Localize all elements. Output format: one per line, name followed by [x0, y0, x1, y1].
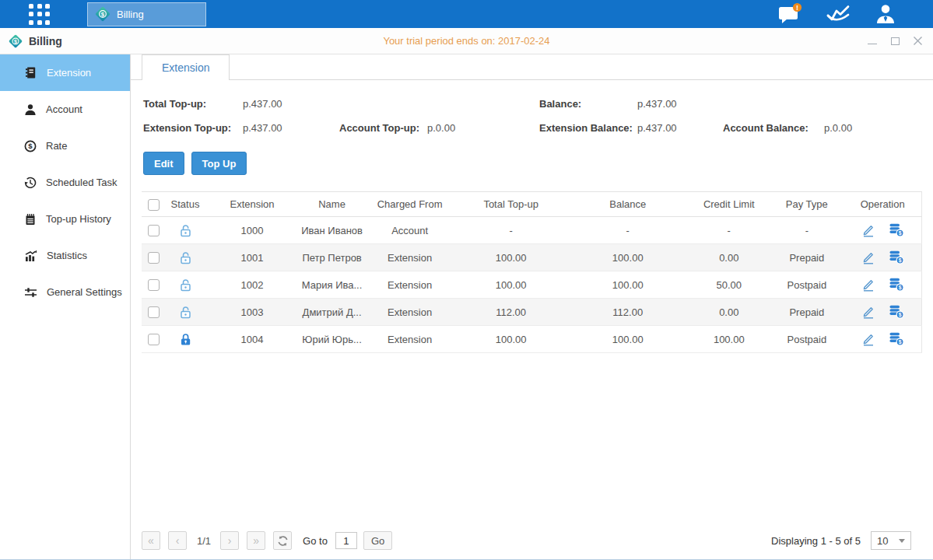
- balance-cell: 100.00: [567, 326, 688, 353]
- sidebar-item-scheduled-task[interactable]: Scheduled Task: [0, 164, 130, 201]
- credit-limit-cell: 50.00: [688, 271, 770, 299]
- topup-row-icon[interactable]: $: [889, 305, 904, 319]
- total-topup-label: Total Top-up:: [143, 98, 206, 110]
- row-checkbox[interactable]: [148, 252, 160, 264]
- edit-row-icon[interactable]: [861, 223, 875, 237]
- window-titlebar: Your trial period ends on: 2017-02-24 $ …: [0, 28, 933, 54]
- next-page-button[interactable]: ›: [220, 531, 239, 550]
- topup-row-icon[interactable]: $: [889, 223, 904, 237]
- column-header-credit-limit: Credit Limit: [688, 192, 770, 217]
- edit-button[interactable]: Edit: [143, 152, 184, 175]
- page-size-value: 10: [877, 535, 888, 547]
- sidebar-item-extension[interactable]: Extension: [0, 54, 130, 91]
- total-topup-cell: -: [454, 217, 567, 244]
- edit-row-icon[interactable]: [861, 332, 875, 346]
- balance-label: Balance:: [539, 98, 581, 110]
- svg-text:$: $: [898, 339, 901, 345]
- row-checkbox[interactable]: [148, 279, 160, 291]
- sidebar-item-statistics[interactable]: Statistics: [0, 237, 130, 274]
- column-header-status: Status: [165, 192, 205, 217]
- credit-limit-cell: 0.00: [688, 299, 770, 326]
- credit-limit-cell: 0.00: [688, 244, 770, 271]
- sidebar: Extension Account $ Rate: [0, 54, 131, 559]
- extension-balance-value: p.437.00: [637, 122, 677, 134]
- last-page-button[interactable]: »: [247, 531, 265, 550]
- dollar-circle-icon: $: [24, 140, 37, 152]
- extension-cell: 1003: [205, 299, 299, 326]
- displaying-text: Displaying 1 - 5 of 5: [771, 535, 861, 547]
- row-checkbox[interactable]: [148, 306, 160, 318]
- maximize-button[interactable]: [889, 36, 900, 47]
- balance-cell: -: [567, 217, 688, 244]
- svg-text:$: $: [898, 257, 901, 264]
- top-up-button[interactable]: Top Up: [191, 152, 247, 175]
- pay-type-cell: -: [770, 217, 844, 244]
- sidebar-item-rate[interactable]: $ Rate: [0, 128, 130, 164]
- resource-monitor-chart-icon[interactable]: [826, 4, 851, 24]
- sidebar-item-label: Rate: [46, 140, 67, 152]
- balance-value: p.437.00: [637, 98, 677, 110]
- svg-text:$: $: [898, 285, 901, 291]
- topbar: $ Billing !: [0, 0, 933, 28]
- svg-text:$: $: [898, 230, 901, 236]
- taskbar-tab-billing[interactable]: $ Billing: [87, 2, 206, 26]
- edit-row-icon[interactable]: [861, 278, 875, 292]
- person-icon: [24, 103, 37, 116]
- page-size-select[interactable]: 10: [871, 531, 911, 550]
- extension-table: Status Extension Name Charged From Total…: [142, 191, 922, 353]
- sidebar-item-topup-history[interactable]: Top-up History: [0, 201, 130, 237]
- column-header-operation: Operation: [844, 192, 921, 217]
- chevron-down-icon: [899, 539, 905, 543]
- messages-icon[interactable]: !: [777, 2, 802, 26]
- app-launcher-grid-icon[interactable]: [29, 4, 53, 25]
- balance-cell: 112.00: [567, 299, 688, 326]
- refresh-button[interactable]: [273, 531, 292, 550]
- close-button[interactable]: [912, 36, 923, 47]
- ledger-icon: [24, 66, 37, 79]
- total-topup-cell: 100.00: [454, 271, 567, 299]
- extension-cell: 1004: [205, 326, 299, 353]
- sidebar-item-label: General Settings: [47, 286, 122, 298]
- billing-diamond-icon: $: [8, 33, 23, 49]
- bar-chart-icon: [24, 250, 37, 262]
- sidebar-item-account[interactable]: Account: [0, 91, 130, 128]
- topup-row-icon[interactable]: $: [889, 332, 904, 346]
- topup-row-icon[interactable]: $: [889, 250, 904, 264]
- total-topup-cell: 100.00: [454, 326, 567, 353]
- pay-type-cell: Postpaid: [770, 271, 844, 299]
- goto-page-input[interactable]: [335, 532, 357, 549]
- pay-type-cell: Prepaid: [770, 299, 844, 326]
- credit-limit-cell: 100.00: [688, 326, 770, 353]
- account-topup-value: p.0.00: [427, 122, 455, 134]
- total-topup-cell: 112.00: [454, 299, 567, 326]
- minimize-button[interactable]: [867, 36, 878, 47]
- sliders-icon: [24, 287, 37, 298]
- first-page-button[interactable]: «: [142, 531, 160, 550]
- prev-page-button[interactable]: ‹: [168, 531, 187, 550]
- table-row: 1000Иван ИвановAccount----$: [142, 217, 922, 244]
- select-all-checkbox[interactable]: [148, 199, 160, 211]
- table-body: 1000Иван ИвановAccount----$1001Петр Петр…: [142, 217, 922, 353]
- go-button[interactable]: Go: [363, 531, 392, 550]
- row-checkbox[interactable]: [148, 225, 160, 236]
- tab-extension[interactable]: Extension: [142, 54, 230, 80]
- sidebar-item-general-settings[interactable]: General Settings: [0, 274, 130, 310]
- svg-text:$: $: [101, 11, 105, 18]
- charged-from-cell: Extension: [365, 244, 454, 271]
- window-title: Billing: [29, 35, 62, 47]
- table-row: 1002Мария Ива...Extension100.00100.0050.…: [142, 271, 922, 299]
- summary-panel: Total Top-up: p.437.00 Balance: p.437.00…: [131, 95, 933, 143]
- edit-row-icon[interactable]: [861, 250, 875, 264]
- user-account-icon[interactable]: [874, 2, 897, 26]
- sidebar-item-label: Top-up History: [46, 213, 111, 225]
- extension-topup-value: p.437.00: [243, 122, 282, 134]
- notepad-icon: [24, 213, 37, 226]
- svg-text:$: $: [14, 38, 17, 44]
- taskbar-tab-label: Billing: [117, 9, 144, 20]
- sidebar-item-label: Statistics: [47, 250, 87, 261]
- edit-row-icon[interactable]: [861, 305, 875, 319]
- topup-row-icon[interactable]: $: [889, 278, 904, 292]
- name-cell: Петр Петров: [299, 244, 365, 271]
- row-checkbox[interactable]: [148, 334, 160, 345]
- sidebar-item-label: Extension: [47, 67, 91, 79]
